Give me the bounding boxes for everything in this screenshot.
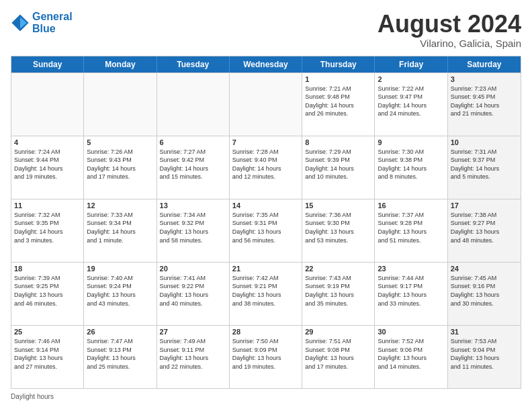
day-info: Sunrise: 7:50 AM Sunset: 9:09 PM Dayligh… <box>232 337 299 371</box>
day-info: Sunrise: 7:35 AM Sunset: 9:31 PM Dayligh… <box>232 211 299 244</box>
day-info: Sunrise: 7:44 AM Sunset: 9:17 PM Dayligh… <box>378 274 444 308</box>
weekday-header: Sunday <box>11 56 84 73</box>
calendar-body: 1Sunrise: 7:21 AM Sunset: 9:48 PM Daylig… <box>11 73 521 388</box>
day-number: 18 <box>14 265 81 273</box>
calendar-cell: 9Sunrise: 7:30 AM Sunset: 9:38 PM Daylig… <box>375 136 447 199</box>
calendar-cell: 20Sunrise: 7:41 AM Sunset: 9:22 PM Dayli… <box>157 263 230 325</box>
calendar-cell <box>84 73 157 136</box>
day-number: 4 <box>14 138 81 146</box>
logo-icon <box>11 13 30 32</box>
day-number: 27 <box>160 328 226 336</box>
day-info: Sunrise: 7:36 AM Sunset: 9:30 PM Dayligh… <box>305 211 371 244</box>
calendar-cell: 23Sunrise: 7:44 AM Sunset: 9:17 PM Dayli… <box>375 263 447 325</box>
calendar-cell: 26Sunrise: 7:47 AM Sunset: 9:13 PM Dayli… <box>84 326 157 388</box>
day-number: 13 <box>160 201 226 210</box>
day-number: 1 <box>305 75 371 83</box>
calendar-cell: 29Sunrise: 7:51 AM Sunset: 9:08 PM Dayli… <box>302 326 375 388</box>
day-number: 15 <box>305 201 371 210</box>
weekday-header: Thursday <box>302 56 375 73</box>
calendar-cell: 28Sunrise: 7:50 AM Sunset: 9:09 PM Dayli… <box>230 326 302 388</box>
weekday-header: Tuesday <box>157 56 230 73</box>
day-info: Sunrise: 7:26 AM Sunset: 9:43 PM Dayligh… <box>87 148 153 181</box>
calendar-cell: 19Sunrise: 7:40 AM Sunset: 9:24 PM Dayli… <box>84 263 157 325</box>
day-info: Sunrise: 7:37 AM Sunset: 9:28 PM Dayligh… <box>378 211 444 244</box>
day-number: 5 <box>87 138 153 146</box>
day-number: 19 <box>87 265 153 273</box>
calendar-cell: 22Sunrise: 7:43 AM Sunset: 9:19 PM Dayli… <box>302 263 375 325</box>
calendar-week-row: 11Sunrise: 7:32 AM Sunset: 9:35 PM Dayli… <box>11 199 521 262</box>
day-info: Sunrise: 7:33 AM Sunset: 9:34 PM Dayligh… <box>87 211 153 244</box>
main-title: August 2024 <box>378 11 521 38</box>
day-info: Sunrise: 7:45 AM Sunset: 9:16 PM Dayligh… <box>451 274 518 308</box>
calendar-cell <box>11 73 84 136</box>
page: General Blue August 2024 Vilarino, Galic… <box>0 0 532 411</box>
day-info: Sunrise: 7:23 AM Sunset: 9:45 PM Dayligh… <box>451 85 518 118</box>
logo-text: General Blue <box>32 11 73 35</box>
calendar-header: SundayMondayTuesdayWednesdayThursdayFrid… <box>11 56 521 73</box>
calendar-week-row: 4Sunrise: 7:24 AM Sunset: 9:44 PM Daylig… <box>11 136 521 199</box>
calendar-cell: 6Sunrise: 7:27 AM Sunset: 9:42 PM Daylig… <box>157 136 230 199</box>
day-number: 20 <box>160 265 226 273</box>
day-number: 31 <box>451 328 518 336</box>
calendar-cell: 4Sunrise: 7:24 AM Sunset: 9:44 PM Daylig… <box>11 136 84 199</box>
day-number: 23 <box>378 265 444 273</box>
calendar-cell: 7Sunrise: 7:28 AM Sunset: 9:40 PM Daylig… <box>230 136 302 199</box>
calendar-cell: 5Sunrise: 7:26 AM Sunset: 9:43 PM Daylig… <box>84 136 157 199</box>
day-number: 21 <box>232 265 299 273</box>
weekday-header: Saturday <box>448 56 521 73</box>
calendar-cell: 11Sunrise: 7:32 AM Sunset: 9:35 PM Dayli… <box>11 199 84 262</box>
day-number: 28 <box>232 328 299 336</box>
subtitle: Vilarino, Galicia, Spain <box>378 38 521 49</box>
day-info: Sunrise: 7:46 AM Sunset: 9:14 PM Dayligh… <box>14 337 81 371</box>
weekday-header: Friday <box>375 56 447 73</box>
calendar-cell: 12Sunrise: 7:33 AM Sunset: 9:34 PM Dayli… <box>84 199 157 262</box>
calendar-cell: 3Sunrise: 7:23 AM Sunset: 9:45 PM Daylig… <box>448 73 521 136</box>
day-number: 8 <box>305 138 371 146</box>
day-info: Sunrise: 7:43 AM Sunset: 9:19 PM Dayligh… <box>305 274 371 308</box>
day-number: 25 <box>14 328 81 336</box>
calendar-week-row: 25Sunrise: 7:46 AM Sunset: 9:14 PM Dayli… <box>11 325 521 388</box>
day-info: Sunrise: 7:32 AM Sunset: 9:35 PM Dayligh… <box>14 211 81 244</box>
calendar-cell: 31Sunrise: 7:53 AM Sunset: 9:04 PM Dayli… <box>448 326 521 388</box>
day-info: Sunrise: 7:29 AM Sunset: 9:39 PM Dayligh… <box>305 148 371 181</box>
calendar-cell: 13Sunrise: 7:34 AM Sunset: 9:32 PM Dayli… <box>157 199 230 262</box>
day-info: Sunrise: 7:51 AM Sunset: 9:08 PM Dayligh… <box>305 337 371 371</box>
weekday-header: Wednesday <box>230 56 302 73</box>
day-info: Sunrise: 7:38 AM Sunset: 9:27 PM Dayligh… <box>451 211 518 244</box>
day-info: Sunrise: 7:49 AM Sunset: 9:11 PM Dayligh… <box>160 337 226 371</box>
day-number: 9 <box>378 138 444 146</box>
day-info: Sunrise: 7:39 AM Sunset: 9:25 PM Dayligh… <box>14 274 81 308</box>
calendar-cell: 18Sunrise: 7:39 AM Sunset: 9:25 PM Dayli… <box>11 263 84 325</box>
calendar-cell: 2Sunrise: 7:22 AM Sunset: 9:47 PM Daylig… <box>375 73 447 136</box>
day-number: 14 <box>232 201 299 210</box>
day-number: 24 <box>451 265 518 273</box>
calendar-cell: 15Sunrise: 7:36 AM Sunset: 9:30 PM Dayli… <box>302 199 375 262</box>
day-number: 6 <box>160 138 226 146</box>
calendar-cell: 1Sunrise: 7:21 AM Sunset: 9:48 PM Daylig… <box>302 73 375 136</box>
logo: General Blue <box>11 11 73 35</box>
day-info: Sunrise: 7:41 AM Sunset: 9:22 PM Dayligh… <box>160 274 226 308</box>
calendar-week-row: 18Sunrise: 7:39 AM Sunset: 9:25 PM Dayli… <box>11 262 521 325</box>
day-number: 17 <box>451 201 518 210</box>
day-info: Sunrise: 7:24 AM Sunset: 9:44 PM Dayligh… <box>14 148 81 181</box>
day-number: 29 <box>305 328 371 336</box>
day-info: Sunrise: 7:52 AM Sunset: 9:06 PM Dayligh… <box>378 337 444 371</box>
day-info: Sunrise: 7:21 AM Sunset: 9:48 PM Dayligh… <box>305 85 371 118</box>
calendar-cell <box>230 73 302 136</box>
day-number: 10 <box>451 138 518 146</box>
day-info: Sunrise: 7:42 AM Sunset: 9:21 PM Dayligh… <box>232 274 299 308</box>
weekday-header: Monday <box>84 56 157 73</box>
day-info: Sunrise: 7:53 AM Sunset: 9:04 PM Dayligh… <box>451 337 518 371</box>
day-number: 7 <box>232 138 299 146</box>
day-info: Sunrise: 7:40 AM Sunset: 9:24 PM Dayligh… <box>87 274 153 308</box>
calendar-cell: 25Sunrise: 7:46 AM Sunset: 9:14 PM Dayli… <box>11 326 84 388</box>
calendar-cell: 21Sunrise: 7:42 AM Sunset: 9:21 PM Dayli… <box>230 263 302 325</box>
calendar-cell: 8Sunrise: 7:29 AM Sunset: 9:39 PM Daylig… <box>302 136 375 199</box>
day-info: Sunrise: 7:30 AM Sunset: 9:38 PM Dayligh… <box>378 148 444 181</box>
calendar-cell: 17Sunrise: 7:38 AM Sunset: 9:27 PM Dayli… <box>448 199 521 262</box>
calendar-cell: 30Sunrise: 7:52 AM Sunset: 9:06 PM Dayli… <box>375 326 447 388</box>
day-number: 16 <box>378 201 444 210</box>
day-number: 26 <box>87 328 153 336</box>
header: General Blue August 2024 Vilarino, Galic… <box>11 11 521 49</box>
day-number: 2 <box>378 75 444 83</box>
